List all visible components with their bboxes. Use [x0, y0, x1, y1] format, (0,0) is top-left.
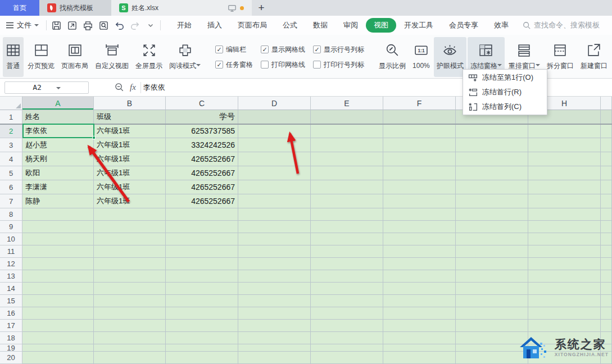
cell-E7[interactable] [311, 194, 383, 208]
cell-D19[interactable] [238, 344, 311, 352]
cell-F9[interactable] [383, 221, 456, 233]
cell-A7[interactable]: 陈静 [22, 194, 94, 208]
cell-partial[interactable] [601, 138, 612, 152]
row-header-18[interactable]: 18 [0, 332, 22, 344]
fill-handle[interactable] [92, 136, 96, 139]
cell-A11[interactable] [22, 245, 94, 258]
cell-D11[interactable] [238, 245, 311, 258]
cell-G20[interactable] [456, 352, 528, 364]
row-header-11[interactable]: 11 [0, 245, 22, 258]
cell-H15[interactable] [528, 295, 601, 307]
checkbox-打印网格线[interactable]: 打印网格线 [261, 60, 305, 70]
ribbon-tab-数据[interactable]: 数据 [305, 18, 336, 33]
cell-G3[interactable] [456, 138, 528, 152]
ribbon-button-全屏显示[interactable]: 全屏显示 [133, 37, 165, 77]
cell-E4[interactable] [311, 152, 383, 166]
cell-B3[interactable]: 六年级1班 [94, 138, 166, 152]
cell-A14[interactable] [22, 283, 94, 295]
redo-icon[interactable] [128, 19, 142, 32]
ribbon-button-阅读模式[interactable]: 阅读模式 [166, 37, 203, 77]
cell-G14[interactable] [456, 283, 528, 295]
row-header-4[interactable]: 4 [0, 152, 22, 166]
cell-H6[interactable] [528, 180, 601, 194]
cell-E12[interactable] [311, 258, 383, 270]
cell-partial[interactable] [601, 320, 612, 332]
select-all-corner[interactable] [0, 97, 22, 110]
cell-H11[interactable] [528, 245, 601, 258]
cell-C9[interactable] [166, 221, 238, 233]
cell-D14[interactable] [238, 283, 311, 295]
cell-F12[interactable] [383, 258, 456, 270]
cell-G12[interactable] [456, 258, 528, 270]
checkbox-打印行号列标[interactable]: 打印行号列标 [313, 60, 364, 70]
row-header-2[interactable]: 2 [0, 124, 22, 138]
cell-F4[interactable] [383, 152, 456, 166]
cell-A5[interactable]: 欧阳 [22, 166, 94, 180]
cell-B9[interactable] [94, 221, 166, 233]
cell-B13[interactable] [94, 270, 166, 283]
name-box[interactable]: A2 [4, 81, 89, 94]
ribbon-tab-页面布局[interactable]: 页面布局 [230, 18, 275, 33]
command-search[interactable]: 查找命令、搜索模板 [523, 20, 600, 30]
cell-E20[interactable] [311, 352, 383, 364]
cell-G13[interactable] [456, 270, 528, 283]
cell-E2[interactable] [311, 124, 383, 138]
row-header-15[interactable]: 15 [0, 295, 22, 307]
cell-partial[interactable] [601, 110, 612, 124]
cell-D8[interactable] [238, 208, 311, 221]
cell-D7[interactable] [238, 194, 311, 208]
ribbon-tab-开始[interactable]: 开始 [169, 18, 200, 33]
row-header-9[interactable]: 9 [0, 221, 22, 233]
cell-B18[interactable] [94, 332, 166, 344]
checkbox-任务窗格[interactable]: ✓任务窗格 [215, 60, 253, 70]
cell-B4[interactable]: 六年级1班 [94, 152, 166, 166]
ribbon-button-分页预览[interactable]: 分页预览 [25, 37, 57, 77]
cell-E1[interactable] [311, 110, 383, 124]
cell-H2[interactable] [528, 124, 601, 138]
cell-H17[interactable] [528, 320, 601, 332]
cell-partial[interactable] [601, 124, 612, 138]
row-header-3[interactable]: 3 [0, 138, 22, 152]
cell-C19[interactable] [166, 344, 238, 352]
cell-B20[interactable] [94, 352, 166, 364]
cell-E3[interactable] [311, 138, 383, 152]
cell-A1[interactable]: 姓名 [22, 110, 94, 124]
cell-G4[interactable] [456, 152, 528, 166]
cell-G16[interactable] [456, 307, 528, 320]
cell-C3[interactable]: 3324242526 [166, 138, 238, 152]
cell-B2[interactable]: 六年级1班 [94, 124, 166, 138]
cell-H9[interactable] [528, 221, 601, 233]
cell-A9[interactable] [22, 221, 94, 233]
cell-D13[interactable] [238, 270, 311, 283]
cell-F13[interactable] [383, 270, 456, 283]
ribbon-tab-视图[interactable]: 视图 [366, 18, 396, 33]
cell-C8[interactable] [166, 208, 238, 221]
cell-B19[interactable] [94, 344, 166, 352]
cell-F15[interactable] [383, 295, 456, 307]
cell-C16[interactable] [166, 307, 238, 320]
cell-H4[interactable] [528, 152, 601, 166]
cell-D18[interactable] [238, 332, 311, 344]
cell-F2[interactable] [383, 124, 456, 138]
cell-F14[interactable] [383, 283, 456, 295]
cell-F17[interactable] [383, 320, 456, 332]
ribbon-tab-公式[interactable]: 公式 [275, 18, 305, 33]
cell-partial[interactable] [601, 221, 612, 233]
cell-E9[interactable] [311, 221, 383, 233]
cell-B1[interactable]: 班级 [94, 110, 166, 124]
column-header-D[interactable]: D [238, 97, 311, 110]
chevron-down-icon[interactable] [144, 19, 157, 32]
cell-partial[interactable] [601, 180, 612, 194]
cell-partial[interactable] [601, 295, 612, 307]
cell-B10[interactable] [94, 233, 166, 245]
cell-B16[interactable] [94, 307, 166, 320]
tab-document[interactable]: S 姓名.xlsx [111, 0, 252, 16]
print-preview-icon[interactable] [97, 19, 110, 32]
cell-G11[interactable] [456, 245, 528, 258]
cell-E10[interactable] [311, 233, 383, 245]
cell-E5[interactable] [311, 166, 383, 180]
cell-H16[interactable] [528, 307, 601, 320]
cell-E14[interactable] [311, 283, 383, 295]
cell-A6[interactable]: 李潇潇 [22, 180, 94, 194]
cell-F16[interactable] [383, 307, 456, 320]
